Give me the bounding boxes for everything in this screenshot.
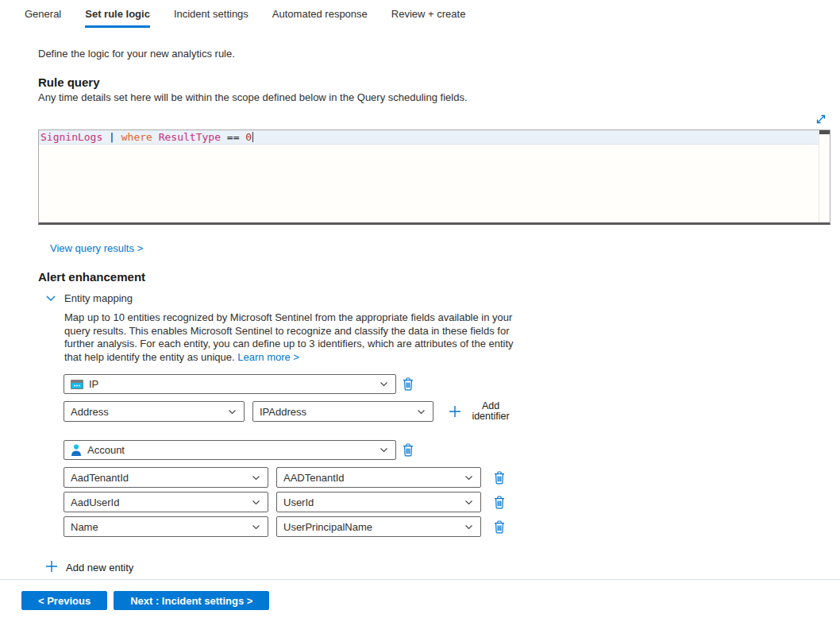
dropdown-label: Account [87,444,125,456]
trash-icon [494,520,505,534]
query-token: | [109,131,121,143]
trash-icon [403,377,414,391]
identifier-field-dropdown[interactable]: AadTenantId [64,467,268,488]
spacer [64,537,840,545]
dropdown-label: UserId [283,496,314,508]
identifier-row: AadTenantIdAADTenantId [64,467,840,488]
text-caret [252,132,253,142]
chevron-down-icon [227,407,237,417]
identifier-row: AadUserIdUserId [64,492,840,512]
delete-identifier-button[interactable] [494,471,505,485]
trash-icon [403,443,414,457]
dropdown-value: Name [71,521,98,533]
chevron-down-icon [251,497,261,508]
chevron-down-icon [416,407,426,417]
delete-entity-button[interactable] [403,377,414,391]
query-token: == [227,131,245,143]
identifier-field-dropdown[interactable]: Address [64,401,245,422]
dropdown-label: UserPrincipalName [283,521,372,533]
entity-mapping-collapse-icon[interactable] [45,293,56,303]
chevron-down-icon [464,497,474,508]
dropdown-label: Name [71,521,98,533]
wizard-footer: < Previous Next : Incident settings > [21,591,840,610]
dropdown-value: AadUserId [71,496,119,508]
trash-icon [494,496,505,509]
identifier-row: NameUserPrincipalName [64,516,840,537]
plus-icon [449,405,461,418]
spacer [64,422,840,430]
query-token: 0 [245,131,252,143]
identifier-field-dropdown[interactable]: AadUserId [64,492,268,512]
entity-list: IPAddressIPAddressAdd identifierAccountA… [64,374,840,545]
dropdown-label: AADTenantId [283,472,345,484]
dropdown-label: IPAddress [260,406,306,418]
dropdown-value: UserPrincipalName [283,521,372,533]
dropdown-label: AadUserId [71,496,119,508]
dropdown-label: IP [89,378,98,390]
delete-entity-button[interactable] [403,443,414,457]
plus-icon [45,560,58,575]
intro-text: Define the logic for your new analytics … [38,48,840,60]
add-identifier-label: Add identifier [467,401,514,422]
previous-button[interactable]: < Previous [21,591,107,610]
dropdown-value: AADTenantId [283,472,345,484]
expand-editor-icon[interactable] [815,113,827,126]
dropdown-value: UserId [283,496,314,508]
add-new-entity-label: Add new entity [66,562,133,574]
chevron-down-icon [464,473,474,483]
dropdown-value: IPAddress [260,406,306,418]
view-query-results-link[interactable]: View query results > [50,242,143,254]
alert-enhancement-title: Alert enhancement [38,270,840,284]
tab-incident-settings[interactable]: Incident settings [174,8,249,28]
query-editor[interactable]: SigninLogs | where ResultType == 0 [38,129,830,225]
entity-row-ip: IP [64,374,840,394]
query-token: ResultType [159,131,227,143]
tab-automated-response[interactable]: Automated response [272,8,368,28]
rule-query-subtitle: Any time details set here will be within… [38,91,840,103]
entity-row-account: Account [64,440,840,460]
chevron-down-icon [379,379,389,389]
tab-bar: GeneralSet rule logicIncident settingsAu… [0,0,840,28]
dropdown-label: Address [71,406,109,418]
ip-icon [71,380,83,389]
identifier-row: AddressIPAddressAdd identifier [64,401,840,422]
next-button[interactable]: Next : Incident settings > [114,591,269,610]
dropdown-label: AadTenantId [71,472,129,484]
add-new-entity-button[interactable]: Add new entity [45,560,840,575]
identifier-value-dropdown[interactable]: AADTenantId [276,467,481,488]
delete-identifier-button[interactable] [494,496,505,509]
dropdown-value: Account [71,444,125,456]
editor-scrollbar-thumb[interactable] [819,130,830,134]
dropdown-value: AadTenantId [71,472,129,484]
tab-review-create[interactable]: Review + create [391,8,466,28]
identifier-value-dropdown[interactable]: UserPrincipalName [276,516,481,537]
identifier-value-dropdown[interactable]: IPAddress [252,401,433,422]
chevron-down-icon [464,522,474,532]
set-rule-logic-panel: Define the logic for your new analytics … [38,48,840,575]
rule-query-title: Rule query [38,75,840,89]
account-icon [71,444,82,456]
learn-more-link[interactable]: Learn more > [237,351,299,363]
delete-identifier-button[interactable] [494,520,505,534]
entity-type-dropdown-account[interactable]: Account [64,440,396,460]
editor-scrollbar-track [819,130,819,222]
identifier-field-dropdown[interactable]: Name [64,516,268,537]
entity-mapping-description: Map up to 10 entities recognized by Micr… [64,311,518,364]
entity-type-dropdown-ip[interactable]: IP [64,374,396,394]
chevron-down-icon [251,473,261,483]
query-line: SigninLogs | where ResultType == 0 [39,130,819,145]
entity-mapping-label: Entity mapping [64,292,133,304]
add-identifier-button[interactable]: Add identifier [449,401,514,422]
tab-set-rule-logic[interactable]: Set rule logic [85,8,150,28]
query-token: SigninLogs [40,131,109,143]
trash-icon [494,471,505,485]
chevron-down-icon [379,445,389,455]
dropdown-value: Address [71,406,109,418]
editor-toolbar [38,113,830,126]
chevron-down-icon [251,522,261,532]
tab-general[interactable]: General [25,8,61,28]
identifier-value-dropdown[interactable]: UserId [276,492,481,512]
query-token: where [121,131,159,143]
dropdown-value: IP [71,378,98,390]
footer-divider [0,579,840,580]
